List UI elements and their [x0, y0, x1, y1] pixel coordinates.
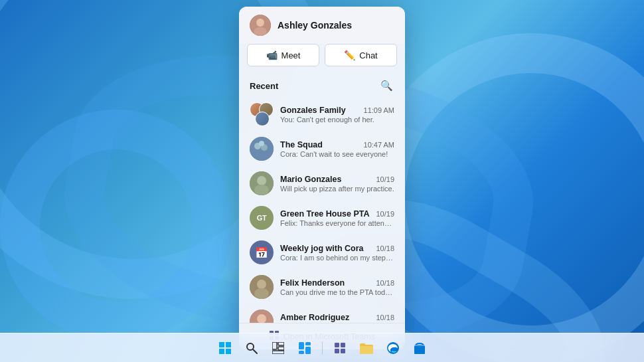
search-icon[interactable]: 🔍 [379, 78, 394, 93]
contact-name: Mario Gonzales [280, 175, 341, 184]
contact-info: Gonzales Family 11:09 AM You: Can't get … [280, 106, 394, 124]
contact-name: The Squad [280, 140, 323, 149]
svg-point-6 [259, 141, 264, 146]
taskbar-explorer-button[interactable] [356, 337, 377, 359]
contact-preview: That is awesome! Love it! [280, 323, 394, 323]
svg-point-12 [254, 288, 269, 299]
contact-info: Weekly jog with Cora 10/18 Cora: I am so… [280, 244, 394, 262]
svg-rect-29 [272, 351, 284, 354]
contact-time: 11:09 AM [364, 106, 394, 114]
contact-preview: Cora: I am so behind on my step goals [280, 254, 394, 262]
meet-icon: 📹 [266, 50, 278, 60]
contact-preview: Will pick up pizza after my practice. [280, 185, 394, 193]
taskbar-store-button[interactable] [409, 337, 430, 359]
contact-avatar [250, 275, 274, 299]
taskbar-widgets-button[interactable] [294, 337, 315, 359]
svg-rect-31 [305, 342, 311, 345]
svg-rect-23 [226, 349, 231, 354]
taskbar-search-button[interactable] [241, 337, 262, 359]
contact-preview: Cora: Can't wait to see everyone! [280, 150, 394, 158]
list-item[interactable]: GT Green Tree House PTA 10/19 Felix: Tha… [239, 201, 405, 235]
contact-avatar: GT [250, 206, 274, 230]
contact-preview: Felix: Thanks everyone for attending tod… [280, 219, 394, 227]
list-item[interactable]: Gonzales Family 11:09 AM You: Can't get … [239, 97, 405, 132]
recent-title: Recent [250, 81, 278, 91]
list-item[interactable]: Mario Gonzales 10/19 Will pick up pizza … [239, 166, 405, 201]
user-name: Ashley Gonzales [278, 20, 352, 31]
group-avatar [250, 102, 274, 126]
svg-rect-30 [299, 342, 304, 349]
chat-button[interactable]: ✏️ Chat [325, 44, 397, 66]
svg-rect-36 [335, 349, 339, 353]
contact-avatar [250, 137, 274, 161]
svg-rect-20 [219, 342, 224, 347]
taskbar [0, 333, 644, 362]
contact-info: Amber Rodriguez 10/18 That is awesome! L… [280, 313, 394, 323]
avatar [250, 15, 271, 36]
svg-rect-35 [341, 343, 345, 347]
svg-rect-33 [299, 351, 304, 354]
taskbar-start-button[interactable] [214, 337, 236, 359]
contact-avatar [250, 171, 274, 195]
contact-info: The Squad 10:47 AM Cora: Can't wait to s… [280, 140, 394, 158]
meet-button[interactable]: 📹 Meet [247, 44, 319, 66]
taskbar-teams-button[interactable] [329, 337, 351, 359]
contact-avatar [250, 310, 274, 323]
contact-preview: You: Can't get enough of her. [280, 116, 394, 124]
taskbar-edge-button[interactable] [382, 337, 404, 359]
contact-info: Green Tree House PTA 10/19 Felix: Thanks… [280, 209, 394, 227]
contact-name: Amber Rodriguez [280, 313, 349, 322]
svg-point-11 [257, 280, 266, 289]
contact-name: Felix Henderson [280, 278, 345, 288]
contact-list: Gonzales Family 11:09 AM You: Can't get … [239, 97, 405, 323]
panel-header: Ashley Gonzales [239, 7, 405, 44]
recent-section-header: Recent 🔍 [239, 74, 405, 97]
list-item[interactable]: The Squad 10:47 AM Cora: Can't wait to s… [239, 132, 405, 166]
svg-rect-28 [278, 347, 284, 350]
contact-time: 10/18 [376, 279, 394, 287]
svg-point-1 [256, 19, 264, 27]
svg-line-25 [253, 349, 257, 353]
chat-label: Chat [359, 50, 377, 60]
svg-rect-32 [305, 347, 311, 354]
list-item[interactable]: 📅 Weekly jog with Cora 10/18 Cora: I am … [239, 235, 405, 270]
contact-time: 10:47 AM [364, 141, 394, 149]
contact-time: 10/18 [376, 314, 394, 321]
svg-point-8 [257, 176, 266, 185]
svg-rect-27 [278, 342, 284, 345]
svg-rect-26 [272, 342, 277, 349]
svg-rect-34 [335, 343, 339, 347]
meet-label: Meet [282, 50, 301, 60]
taskbar-divider [322, 341, 323, 355]
contact-info: Felix Henderson 10/18 Can you drive me t… [280, 278, 394, 296]
contact-info: Mario Gonzales 10/19 Will pick up pizza … [280, 175, 394, 193]
contact-avatar: 📅 [250, 240, 274, 264]
list-item[interactable]: Felix Henderson 10/18 Can you drive me t… [239, 270, 405, 304]
contact-time: 10/18 [376, 244, 394, 252]
svg-rect-21 [226, 342, 231, 347]
svg-rect-37 [341, 349, 345, 353]
svg-rect-22 [219, 349, 224, 354]
teams-panel: Ashley Gonzales 📹 Meet ✏️ Chat Recent 🔍 [239, 7, 405, 349]
chat-icon: ✏️ [344, 50, 355, 60]
contact-preview: Can you drive me to the PTA today? [280, 288, 394, 296]
contact-time: 10/19 [376, 210, 394, 218]
contact-name: Green Tree House PTA [280, 209, 370, 219]
panel-buttons: 📹 Meet ✏️ Chat [239, 44, 405, 74]
contact-time: 10/19 [376, 175, 394, 183]
list-item[interactable]: Amber Rodriguez 10/18 That is awesome! L… [239, 304, 405, 323]
taskbar-taskview-button[interactable] [268, 337, 289, 359]
svg-point-9 [254, 185, 269, 195]
contact-name: Gonzales Family [280, 106, 346, 115]
contact-name: Weekly jog with Cora [280, 244, 364, 253]
